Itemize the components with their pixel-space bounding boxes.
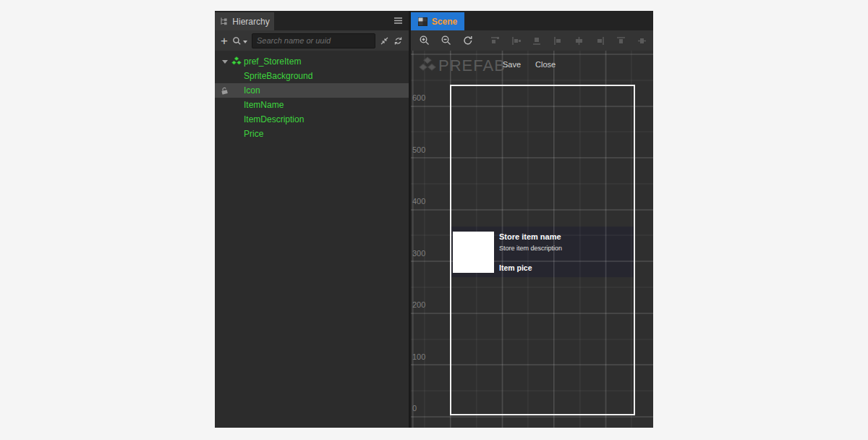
snap-align-left-icon[interactable] [511, 35, 522, 46]
ruler-label-100: 100 [412, 352, 425, 361]
unlock-icon[interactable] [220, 86, 229, 96]
ruler-label-0: 0 [412, 404, 417, 412]
search-filter-dropdown[interactable] [232, 36, 247, 46]
scene-icon [418, 17, 427, 26]
save-button[interactable]: Save [503, 60, 521, 69]
node-label: ItemDescription [244, 114, 304, 124]
tree-row-spritebackground[interactable]: SpriteBackground [215, 69, 409, 83]
scene-panel: Scene [409, 11, 653, 428]
ruler-label-600: 600 [412, 93, 425, 102]
node-label: SpriteBackground [244, 71, 312, 81]
tab-scene[interactable]: Scene [411, 12, 464, 30]
hierarchy-tree: pref_StoreItem SpriteBackground Icon Ite… [215, 51, 409, 428]
hierarchy-panel: Hierarchy + [215, 11, 409, 428]
align-v-center-icon[interactable] [574, 35, 584, 46]
close-button[interactable]: Close [535, 60, 556, 69]
tree-row-pref-storeitem[interactable]: pref_StoreItem [215, 54, 409, 69]
hierarchy-tab-bar: Hierarchy [215, 11, 409, 30]
search-icon [232, 36, 242, 46]
ruler-label-500: 500 [412, 145, 425, 154]
hierarchy-toolbar: + [215, 30, 409, 51]
align-top-icon[interactable] [616, 35, 626, 46]
store-item-name-node[interactable]: Store item name [499, 232, 561, 241]
panel-menu-icon[interactable] [393, 16, 403, 25]
scene-canvas[interactable]: PREFAB Save Close 600 500 400 300 200 10… [409, 51, 653, 428]
node-label: Price [244, 129, 263, 139]
tree-row-icon[interactable]: Icon [215, 83, 409, 98]
ruler-label-300: 300 [412, 249, 425, 258]
hierarchy-tab-label: Hierarchy [232, 17, 269, 27]
refresh-icon[interactable] [393, 36, 403, 46]
zoom-in-icon[interactable] [419, 35, 430, 46]
reset-view-icon[interactable] [462, 35, 474, 46]
tree-row-itemdescription[interactable]: ItemDescription [215, 112, 409, 127]
panel-divider[interactable] [409, 11, 411, 428]
align-right-icon[interactable] [595, 35, 605, 46]
scene-tab-bar: Scene [409, 11, 653, 30]
align-left-icon[interactable] [553, 35, 563, 46]
expand-arrow-icon[interactable] [222, 60, 228, 64]
store-item-price-node[interactable]: Item pice [499, 263, 532, 272]
ruler-label-400: 400 [412, 197, 425, 206]
hierarchy-tree-icon [219, 17, 228, 26]
scene-toolbar [409, 30, 653, 51]
search-input[interactable] [252, 33, 375, 48]
tree-row-itemname[interactable]: ItemName [215, 98, 409, 112]
store-item-icon-node[interactable] [453, 232, 494, 273]
chevron-down-icon [243, 41, 247, 43]
tab-hierarchy[interactable]: Hierarchy [215, 12, 274, 30]
prefab-mode-title: PREFAB [438, 56, 506, 75]
node-label: pref_StoreItem [244, 56, 301, 67]
add-node-button[interactable]: + [221, 35, 228, 47]
snap-align-bottom-icon[interactable] [532, 35, 542, 46]
node-label: ItemName [244, 100, 284, 110]
store-item-description-node[interactable]: Store item description [499, 245, 562, 252]
ruler-label-200: 200 [412, 300, 425, 309]
node-label: Icon [244, 85, 260, 96]
prefab-mode-icon [419, 56, 436, 72]
snap-align-top-left-icon[interactable] [490, 35, 501, 46]
scene-tab-label: Scene [432, 17, 457, 27]
prefab-icon [231, 56, 242, 65]
zoom-out-icon[interactable] [441, 35, 452, 46]
align-h-center-icon[interactable] [637, 35, 647, 46]
tree-row-price[interactable]: Price [215, 127, 409, 141]
collapse-all-icon[interactable] [380, 36, 389, 46]
